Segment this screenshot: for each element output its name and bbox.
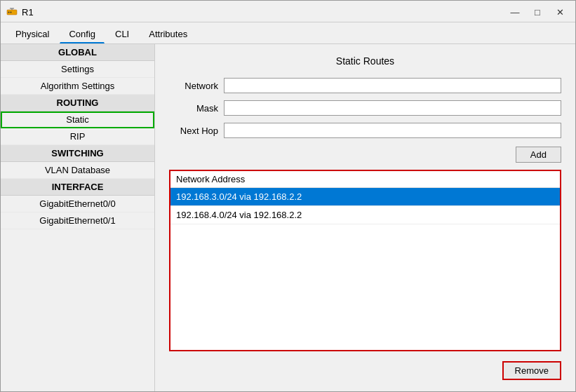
tab-bar: Physical Config CLI Attributes xyxy=(1,22,575,44)
mask-row: Mask xyxy=(169,100,561,116)
sidebar-section-interface: INTERFACE xyxy=(1,179,154,196)
title-bar: R1 — □ ✕ xyxy=(1,1,575,22)
routes-table: Network Address 192.168.3.0/24 via 192.1… xyxy=(169,170,561,351)
mask-input[interactable] xyxy=(224,100,561,116)
sidebar-item-gigabitethernet00[interactable]: GigabitEthernet0/0 xyxy=(1,196,154,212)
sidebar-section-switching: SWITCHING xyxy=(1,145,154,162)
sidebar-section-routing: ROUTING xyxy=(1,95,154,111)
table-row[interactable]: 192.168.3.0/24 via 192.168.2.2 xyxy=(170,188,560,206)
svg-point-2 xyxy=(11,12,12,13)
table-row[interactable]: 192.168.4.0/24 via 192.168.2.2 xyxy=(170,206,560,224)
nexthop-label: Next Hop xyxy=(169,126,218,136)
table-header: Network Address xyxy=(170,171,560,188)
tab-config[interactable]: Config xyxy=(60,25,105,43)
sidebar-section-global: GLOBAL xyxy=(1,44,154,61)
title-bar-controls: — □ ✕ xyxy=(505,5,570,19)
nexthop-input[interactable] xyxy=(224,123,561,138)
tab-physical[interactable]: Physical xyxy=(6,25,58,43)
main-window: R1 — □ ✕ Physical Config CLI Attributes … xyxy=(0,0,576,392)
sidebar-item-gigabitethernet01[interactable]: GigabitEthernet0/1 xyxy=(1,212,154,229)
network-row: Network xyxy=(169,78,561,93)
add-row: Add xyxy=(169,147,561,163)
sidebar-item-algorithm-settings[interactable]: Algorithm Settings xyxy=(1,78,154,95)
svg-point-1 xyxy=(8,12,10,13)
tab-attributes[interactable]: Attributes xyxy=(140,25,196,43)
router-icon xyxy=(6,6,18,18)
minimize-button[interactable]: — xyxy=(505,5,525,19)
content-area: GLOBAL Settings Algorithm Settings ROUTI… xyxy=(1,44,575,391)
sidebar-item-rip[interactable]: RIP xyxy=(1,128,154,145)
close-button[interactable]: ✕ xyxy=(550,5,570,19)
network-label: Network xyxy=(169,81,218,91)
sidebar: GLOBAL Settings Algorithm Settings ROUTI… xyxy=(1,44,155,391)
title-bar-left: R1 xyxy=(6,6,34,18)
remove-button[interactable]: Remove xyxy=(502,361,561,380)
nexthop-row: Next Hop xyxy=(169,123,561,138)
main-panel: Static Routes Network Mask Next Hop Add … xyxy=(155,44,575,391)
remove-row: Remove xyxy=(169,361,561,380)
add-button[interactable]: Add xyxy=(516,147,561,163)
mask-label: Mask xyxy=(169,103,218,114)
maximize-button[interactable]: □ xyxy=(528,5,547,19)
sidebar-item-settings[interactable]: Settings xyxy=(1,61,154,78)
window-title: R1 xyxy=(22,7,34,18)
sidebar-item-static[interactable]: Static xyxy=(1,111,154,128)
panel-title: Static Routes xyxy=(169,55,561,67)
tab-cli[interactable]: CLI xyxy=(106,25,138,43)
sidebar-item-vlan-database[interactable]: VLAN Database xyxy=(1,162,154,179)
network-input[interactable] xyxy=(224,78,561,93)
